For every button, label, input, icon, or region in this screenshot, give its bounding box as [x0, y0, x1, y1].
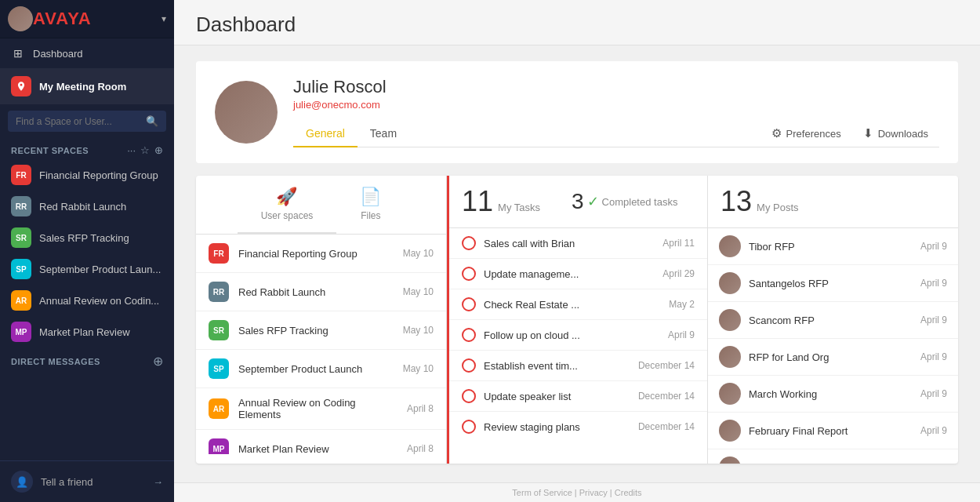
list-item[interactable]: MP Market Plan Review April 8 [196, 430, 446, 454]
space-badge: SR [209, 320, 229, 340]
post-name: February Final Report [749, 425, 913, 437]
list-item[interactable]: RFP for Land Org April 9 [708, 339, 958, 376]
preferences-action[interactable]: ⚙ Preferences [760, 120, 852, 147]
task-circle [462, 297, 476, 311]
recent-spaces-header: RECENT SPACES ··· ☆ ⊕ [0, 138, 174, 159]
space-date: May 10 [403, 286, 434, 297]
downloads-action[interactable]: ⬇ Downloads [852, 120, 939, 147]
list-item[interactable]: Follow up on cloud ... April 9 [449, 320, 707, 351]
check-icon: ✓ [587, 193, 599, 210]
task-date: April 29 [662, 268, 695, 279]
tab-files[interactable]: 📄 Files [336, 176, 405, 234]
list-item[interactable]: Update speaker list December 14 [449, 381, 707, 412]
list-item[interactable]: March Working April 9 [708, 376, 958, 413]
tab-team[interactable]: Team [358, 121, 409, 147]
search-bar[interactable]: 🔍 [8, 111, 166, 132]
completed-label: Completed tasks [602, 196, 678, 208]
recent-spaces-label: RECENT SPACES [11, 146, 122, 155]
list-item[interactable]: Update manageme... April 29 [449, 259, 707, 289]
sidebar-item-sales-rfp[interactable]: SR Sales RFP Tracking [0, 222, 174, 253]
list-item[interactable]: Santangelos RFP April 9 [708, 265, 958, 302]
space-name: Annual Review on Coding Elements [238, 397, 397, 420]
space-badge: FR [11, 165, 31, 185]
post-name: March Working [749, 388, 913, 400]
space-badge: FR [209, 243, 229, 264]
task-date: April 9 [668, 329, 695, 340]
add-icon[interactable]: ⊕ [154, 144, 163, 156]
task-circle [462, 267, 476, 281]
arrow-right-icon: → [153, 476, 163, 488]
space-badge: RR [11, 196, 31, 216]
sidebar-item-dashboard[interactable]: ⊞ Dashboard [0, 38, 174, 68]
space-badge: RR [209, 282, 229, 302]
list-item[interactable]: SP September Product Launch May 10 [196, 350, 446, 388]
meeting-room-icon [11, 76, 31, 96]
list-item[interactable]: FR Financial Reporting Group May 10 [196, 235, 446, 273]
profile-avatar [215, 81, 278, 144]
post-avatar [719, 383, 741, 405]
task-date: December 14 [638, 421, 695, 432]
tasks-count: 11 [462, 185, 493, 218]
task-name: Update manageme... [484, 268, 655, 280]
page-header: Dashboard [174, 0, 980, 45]
task-circle [462, 389, 476, 403]
avatar[interactable] [8, 6, 33, 31]
post-avatar [719, 309, 741, 331]
list-item[interactable]: Review staging plans December 14 [449, 412, 707, 442]
tab-user-spaces[interactable]: 🚀 User spaces [238, 176, 337, 234]
post-avatar [719, 235, 741, 257]
space-badge: SP [11, 259, 31, 279]
space-badge: SP [209, 358, 229, 379]
add-dm-icon[interactable]: ⊕ [153, 354, 163, 369]
task-date: April 11 [662, 238, 695, 249]
main-content: Dashboard Julie Roscol julie@onecmo.com … [174, 0, 980, 502]
list-item[interactable]: RR Red Rabbit Launch May 10 [196, 273, 446, 311]
sidebar-item-meeting-room[interactable]: My Meeting Room [0, 68, 174, 104]
task-name: Update speaker list [484, 391, 630, 402]
post-name: February Update-Interim [749, 462, 913, 464]
footer-text: Term of Service | Privacy | Credits [512, 488, 641, 497]
task-circle [462, 420, 476, 434]
sidebar-item-market-plan[interactable]: MP Market Plan Review [0, 316, 174, 347]
search-input[interactable] [16, 116, 141, 127]
meeting-room-label: My Meeting Room [39, 81, 126, 93]
list-item[interactable]: Scancom RFP April 9 [708, 302, 958, 339]
footer: Term of Service | Privacy | Credits [174, 482, 980, 502]
space-name: Red Rabbit Launch [238, 286, 394, 298]
list-item[interactable]: AR Annual Review on Coding Elements Apri… [196, 388, 446, 430]
tab-general[interactable]: General [293, 121, 358, 147]
list-item[interactable]: SR Sales RFP Tracking May 10 [196, 311, 446, 350]
list-item[interactable]: Tibor RFP April 9 [708, 228, 958, 265]
list-item[interactable]: Establish event tim... December 14 [449, 351, 707, 381]
list-item[interactable]: February Update-Interim April 9 [708, 449, 958, 464]
space-name: Sales RFP Tracking [39, 232, 163, 244]
post-date: April 9 [920, 425, 947, 436]
spaces-card-header: 🚀 User spaces 📄 Files [196, 176, 446, 235]
task-name: Review staging plans [484, 421, 630, 433]
profile-info: Julie Roscol julie@onecmo.com General Te… [293, 77, 939, 147]
sidebar-item-financial-reporting[interactable]: FR Financial Reporting Group [0, 159, 174, 191]
sidebar-item-annual-review[interactable]: AR Annual Review on Codin... [0, 285, 174, 316]
tasks-label: My Tasks [498, 202, 540, 213]
file-icon: 📄 [360, 187, 381, 207]
post-name: Scancom RFP [749, 315, 913, 326]
list-item[interactable]: Sales call with Brian April 11 [449, 228, 707, 259]
star-icon[interactable]: ☆ [140, 144, 150, 156]
list-item[interactable]: Check Real Estate ... May 2 [449, 289, 707, 320]
sidebar-item-september[interactable]: SP September Product Laun... [0, 253, 174, 285]
sidebar-item-red-rabbit[interactable]: RR Red Rabbit Launch [0, 191, 174, 222]
space-name: Market Plan Review [238, 443, 397, 455]
space-name: Financial Reporting Group [39, 169, 163, 181]
tell-a-friend-label: Tell a friend [41, 476, 93, 488]
tasks-header-row: 11 My Tasks 3 ✓ Completed tasks [449, 176, 707, 228]
space-badge: SR [11, 227, 31, 248]
files-label: Files [361, 210, 380, 221]
post-date: April 9 [920, 278, 947, 289]
my-tasks-stat: 11 My Tasks [462, 185, 540, 218]
task-circle [462, 358, 476, 373]
profile-email: julie@onecmo.com [293, 99, 939, 111]
more-icon[interactable]: ··· [127, 144, 136, 156]
list-item[interactable]: February Final Report April 9 [708, 413, 958, 449]
tell-a-friend-item[interactable]: 👤 Tell a friend → [0, 460, 174, 502]
task-date: December 14 [638, 360, 695, 371]
